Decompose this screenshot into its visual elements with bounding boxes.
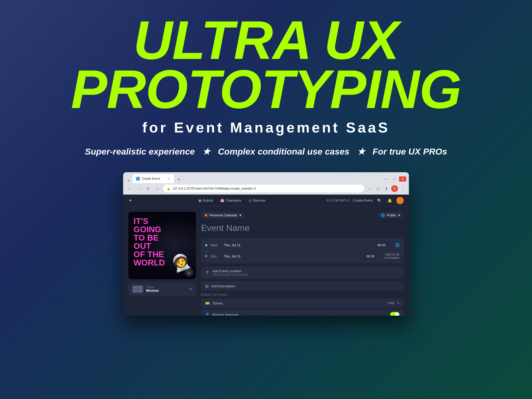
calendar-dot [205,214,207,217]
calendar-name: Personal Calendar [209,213,237,217]
hero-subtitle: for Event Management SaaS [0,119,532,136]
nav-right: 8:11 PM GMT+2 Create Event 🔍 🔔 [327,197,404,204]
app-content: ✦ ▦ Events 📅 Calendars ◎ Discover [123,195,409,316]
start-date[interactable]: Thu, Jul 11 [224,243,372,247]
tab-dropdown-icon[interactable]: ▾ [126,178,131,183]
browser-wrapper: ▾ Create Event ✕ + — □ ✕ ← → ↻ ⌂ [0,172,532,316]
tagline-star1: ★ [202,147,210,156]
address-bar[interactable]: 🔒 127.0.0.1:32767/start.html?id=7m96lw&p… [163,185,364,192]
address-url: 127.0.0.1:32767/start.html?id=7m96lw&p=c… [172,187,256,190]
event-left-panel: IT'S GOING TO BE OUT OF THE WORLD 🧑‍🚀 ☺ [128,212,196,310]
calendar-selector-button[interactable]: Personal Calendar ▾ [201,212,245,219]
extensions-button[interactable]: ⬡ [375,185,381,192]
close-button[interactable]: ✕ [399,176,406,182]
nav-plus-icon[interactable]: ✦ [128,198,132,203]
location-content: Add Event Location Offline location or v… [212,269,400,276]
app-main: IT'S GOING TO BE OUT OF THE WORLD 🧑‍🚀 ☺ [123,207,409,316]
event-options-label: Event Options [201,293,404,296]
globe-icon: 🌐 [381,213,385,217]
user-nav-avatar[interactable] [396,197,404,204]
theme-preview-block2 [138,286,142,289]
start-time[interactable]: 08:30 [375,242,388,248]
event-image-container[interactable]: IT'S GOING TO BE OUT OF THE WORLD 🧑‍🚀 ☺ [128,212,196,279]
description-icon: ▤ [205,284,209,288]
more-menu-button[interactable]: ⋮ [400,185,406,192]
theme-info: Theme Minimal [146,286,187,292]
timezone-city: Los Angeles [384,256,400,259]
location-row[interactable]: 📍 Add Event Location Offline location or… [201,267,404,279]
theme-name: Minimal [146,289,187,292]
location-title: Add Event Location [212,269,400,273]
visibility-chevron-icon: ▾ [398,213,400,217]
events-label: Events [203,198,213,202]
tz-globe-icon: 🌐 [395,243,400,247]
require-approval-toggle[interactable] [390,312,400,316]
maximize-button[interactable]: □ [391,176,398,182]
discover-label: Discover [253,198,266,202]
timezone-block: 🌐 [395,243,400,248]
notifications-button[interactable]: 🔔 [386,197,393,204]
image-edit-icon[interactable]: ☺ [185,268,193,277]
home-button[interactable]: ⌂ [154,185,161,192]
event-img-line2: GOING [134,225,161,234]
tagline-part3: For true UX PROs [373,147,447,156]
browser-tab[interactable]: Create Event ✕ [132,174,174,183]
start-label: Start [210,243,221,247]
address-lock-icon: 🔒 [167,187,170,190]
address-bar-actions: ☆ ⬡ ⬇ Y ⋮ [366,185,406,192]
end-time[interactable]: 09:30 [364,254,377,259]
hero-tagline: Super-realistic experience ★ Complex con… [0,146,532,157]
nav-events-link[interactable]: ▦ Events [195,197,216,204]
end-dot [205,255,207,257]
event-name-input[interactable]: Event Name [201,223,404,233]
create-event-nav-button[interactable]: Create Event [353,198,373,202]
event-image-bg: IT'S GOING TO BE OUT OF THE WORLD 🧑‍🚀 [128,212,196,279]
datetime-row: Start Thu, Jul 11 08:30 🌐 End [201,238,404,263]
reload-button[interactable]: ↻ [144,185,152,192]
app-nav: ✦ ▦ Events 📅 Calendars ◎ Discover [123,195,409,207]
forward-button[interactable]: → [135,185,142,192]
end-date[interactable]: Thu, Jul 11 [224,254,361,258]
event-img-line6: WORLD [134,258,165,267]
minimize-button[interactable]: — [382,176,390,182]
require-approval-row[interactable]: 👤 Require Approval [201,309,404,316]
theme-preview-block4 [138,289,142,292]
main-title-line1: ULTRA UX [0,16,532,65]
events-icon: ▦ [198,199,201,202]
back-button[interactable]: ← [126,185,133,192]
calendar-chevron-icon: ▾ [240,213,241,217]
description-row[interactable]: ▤ Add Description [201,281,404,291]
end-label: End [210,254,221,258]
bookmark-button[interactable]: ☆ [366,185,373,192]
search-nav-button[interactable]: 🔍 [376,197,383,204]
profile-menu-button[interactable]: ⬇ [383,185,390,192]
theme-section: Theme Minimal ✎ [128,282,196,296]
description-content: Add Description [211,284,400,288]
discover-icon: ◎ [249,199,251,202]
calendars-icon: 📅 [220,199,224,202]
nav-calendars-link[interactable]: 📅 Calendars [217,197,244,204]
event-img-line5: OF THE [134,250,164,259]
description-title: Add Description [211,284,400,288]
event-image-text: IT'S GOING TO BE OUT OF THE WORLD [134,217,165,267]
browser-addressbar: ← → ↻ ⌂ 🔒 127.0.0.1:32767/start.html?id=… [123,183,409,195]
theme-preview-block3 [133,289,137,292]
hero-section: ULTRA UX PROTOTYPING for Event Managemen… [0,0,532,164]
nav-time: 8:11 PM GMT+2 [327,199,350,202]
tagline-part1: Super-realistic experience [85,147,195,156]
theme-preview [132,285,143,293]
browser-window: ▾ Create Event ✕ + — □ ✕ ← → ↻ ⌂ [123,172,409,316]
user-avatar[interactable]: Y [391,185,398,192]
nav-discover-link[interactable]: ◎ Discover [245,197,269,204]
browser-chrome: ▾ Create Event ✕ + — □ ✕ [123,172,409,183]
tickets-row[interactable]: 🎫 Tickets Free ✎ [201,298,404,308]
tab-close-button[interactable]: ✕ [166,177,170,181]
start-dot [205,244,207,246]
theme-edit-button[interactable]: ✎ [189,287,192,291]
main-title-line2: PROTOTYPING [0,65,532,114]
tickets-edit-icon[interactable]: ✎ [397,301,400,305]
tab-favicon [136,177,140,181]
event-right-panel: Personal Calendar ▾ 🌐 Public ▾ Event Nam… [201,212,404,310]
visibility-selector-button[interactable]: 🌐 Public ▾ [377,212,404,219]
new-tab-button[interactable]: + [175,176,182,183]
